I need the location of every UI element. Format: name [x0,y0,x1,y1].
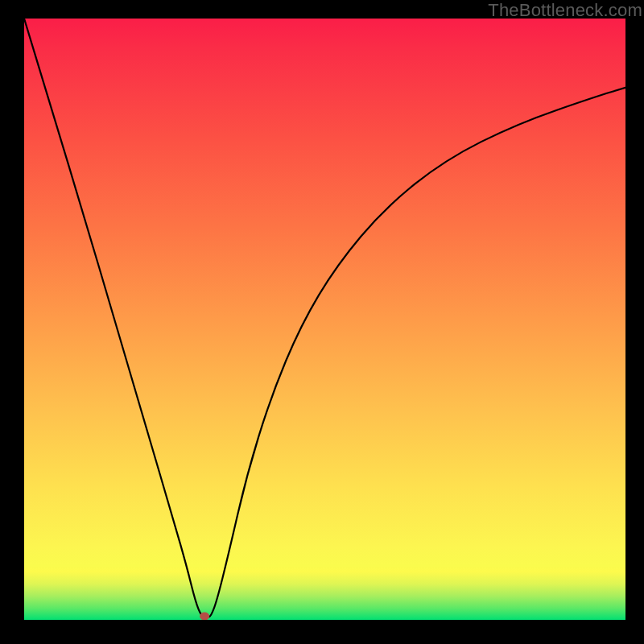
watermark-text: TheBottleneck.com [488,0,642,21]
curve-path [24,19,625,617]
plot-area [24,19,625,620]
line-chart-svg [24,19,625,620]
chart-frame: TheBottleneck.com [0,0,644,644]
